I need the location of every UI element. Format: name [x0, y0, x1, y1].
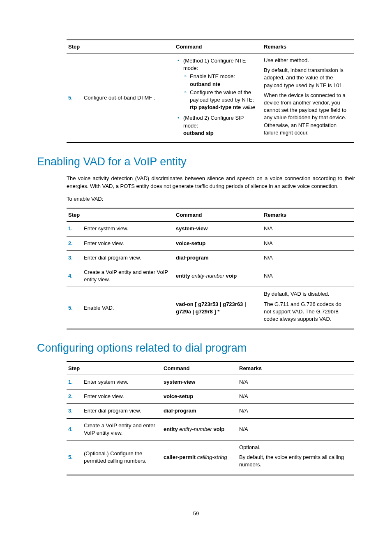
- paragraph: The voice activity detection (VAD) discr…: [37, 175, 355, 190]
- step-desc: Enable VAD.: [82, 287, 174, 329]
- remark-text: When the device is connected to a device…: [264, 92, 350, 137]
- step-number: 1.: [67, 375, 82, 389]
- sub-item-text: Configure the value of the payload type …: [190, 89, 254, 103]
- step-desc: Enter dial program view.: [82, 250, 174, 265]
- step-remarks: N/A: [238, 418, 354, 440]
- vad-table: Step Command Remarks 1. Enter system vie…: [67, 208, 354, 329]
- step-command: entity entity-number voip: [162, 418, 238, 440]
- table-header-row: Step Command Remarks: [67, 362, 354, 375]
- step-number: 5.: [67, 287, 82, 329]
- step-desc: Create a VoIP entity and enter VoIP enti…: [82, 418, 162, 440]
- step-desc: Enter dial program view.: [82, 404, 162, 418]
- step-number: 4.: [67, 418, 82, 440]
- step-command: entity entity-number voip: [174, 265, 262, 287]
- col-cmd-header: Command: [174, 208, 262, 222]
- table-row: 2. Enter voice view. voice-setup N/A: [67, 236, 354, 250]
- paragraph: To enable VAD:: [37, 195, 355, 203]
- table-row: 2. Enter voice view. voice-setup N/A: [67, 389, 354, 404]
- command-text: caller-permit: [164, 454, 196, 460]
- col-remarks-header: Remarks: [262, 40, 354, 53]
- command-text: voip: [213, 426, 224, 432]
- step-desc: Create a VoIP entity and enter VoIP enti…: [82, 265, 174, 287]
- col-step-header: Step: [67, 208, 174, 222]
- step-command: voice-setup: [162, 389, 238, 404]
- section-heading-vad: Enabling VAD for a VoIP entity: [37, 155, 355, 168]
- dialprogram-table: Step Command Remarks 1. Enter system vie…: [67, 361, 354, 475]
- col-step-header: Step: [67, 40, 174, 53]
- method2-label: (Method 2) Configure SIP mode:: [183, 115, 244, 128]
- command-text: entity: [176, 273, 190, 279]
- command-text: vad-on: [176, 301, 194, 307]
- step-number: 2.: [67, 236, 82, 250]
- col-cmd-header: Command: [162, 362, 238, 375]
- table-row: 5. Enable VAD. vad-on [ g723r53 | g723r6…: [67, 287, 354, 329]
- page-number: 59: [0, 510, 392, 517]
- step-command: system-view: [162, 375, 238, 389]
- col-remarks-header: Remarks: [238, 362, 354, 375]
- dtmf-table: Step Command Remarks 5. Configure out-of…: [67, 39, 354, 143]
- step-desc: Enter voice view.: [82, 236, 174, 250]
- step-number: 5.: [67, 440, 82, 475]
- step-desc: Enter system view.: [82, 375, 162, 389]
- step-remarks: N/A: [262, 250, 354, 265]
- step-remarks: By default, VAD is disabled. The G.711 a…: [262, 287, 354, 329]
- step-remarks: N/A: [262, 222, 354, 236]
- step-number: 2.: [67, 389, 82, 404]
- col-remarks-header: Remarks: [262, 208, 354, 222]
- command-arg: entity-number: [179, 426, 212, 432]
- table-row: 3. Enter dial program view. dial-program…: [67, 250, 354, 265]
- step-desc: Configure out-of-band DTMF .: [82, 53, 174, 143]
- table-header-row: Step Command Remarks: [67, 208, 354, 222]
- step-remarks: N/A: [238, 404, 354, 418]
- step-desc: Enter system view.: [82, 222, 174, 236]
- step-remarks: N/A: [262, 236, 354, 250]
- table-row: 4. Create a VoIP entity and enter VoIP e…: [67, 265, 354, 287]
- step-remarks: N/A: [238, 389, 354, 404]
- command-text: outband nte: [190, 81, 220, 87]
- command-arg: value: [242, 104, 255, 110]
- step-number: 1.: [67, 222, 82, 236]
- step-remarks: Use either method. By default, inband tr…: [262, 53, 354, 143]
- step-number: 5.: [67, 53, 82, 143]
- table-row: 5. Configure out-of-band DTMF . (Method …: [67, 53, 354, 143]
- step-number: 3.: [67, 404, 82, 418]
- command-text: rtp payload-type nte: [190, 104, 241, 110]
- step-command: dial-program: [174, 250, 262, 265]
- step-command: dial-program: [162, 404, 238, 418]
- command-arg: entity-number: [191, 273, 224, 279]
- step-desc: Enter voice view.: [82, 389, 162, 404]
- step-desc: (Optional.) Configure the permitted call…: [82, 440, 162, 475]
- remark-text: By default, VAD is disabled.: [264, 290, 350, 298]
- command-text: entity: [164, 426, 178, 432]
- step-remarks: N/A: [262, 265, 354, 287]
- remark-text: The G.711 and G.726 codecs do not suppor…: [264, 301, 350, 323]
- table-row: 1. Enter system view. system-view N/A: [67, 375, 354, 389]
- remark-text: Optional.: [239, 444, 350, 451]
- step-remarks: N/A: [238, 375, 354, 389]
- command-text: outband sip: [183, 130, 214, 136]
- step-command: voice-setup: [174, 236, 262, 250]
- step-remarks: Optional. By default, the voice entity p…: [238, 440, 354, 475]
- step-command: system-view: [174, 222, 262, 236]
- table-header-row: Step Command Remarks: [67, 40, 354, 53]
- table-row: 1. Enter system view. system-view N/A: [67, 222, 354, 236]
- step-command: (Method 1) Configure NTE mode: Enable NT…: [174, 53, 262, 143]
- step-number: 3.: [67, 250, 82, 265]
- remark-text: By default, inband transmission is adopt…: [264, 67, 350, 89]
- section-heading-dialprogram: Configuring options related to dial prog…: [37, 342, 355, 355]
- command-arg: calling-string: [197, 454, 227, 460]
- table-row: 5. (Optional.) Configure the permitted c…: [67, 440, 354, 475]
- step-command: caller-permit calling-string: [162, 440, 238, 475]
- method1-label: (Method 1) Configure NTE mode:: [183, 58, 246, 71]
- remark-text: By default, the voice entity permits all…: [239, 454, 350, 468]
- table-row: 4. Create a VoIP entity and enter VoIP e…: [67, 418, 354, 440]
- col-cmd-header: Command: [174, 40, 262, 53]
- table-row: 3. Enter dial program view. dial-program…: [67, 404, 354, 418]
- remark-text: Use either method.: [264, 57, 350, 64]
- step-command: vad-on [ g723r53 | g723r63 | g729a | g72…: [174, 287, 262, 329]
- command-text: voip: [226, 273, 237, 279]
- col-step-header: Step: [67, 362, 162, 375]
- step-number: 4.: [67, 265, 82, 287]
- sub-item-text: Enable NTE mode:: [190, 73, 235, 79]
